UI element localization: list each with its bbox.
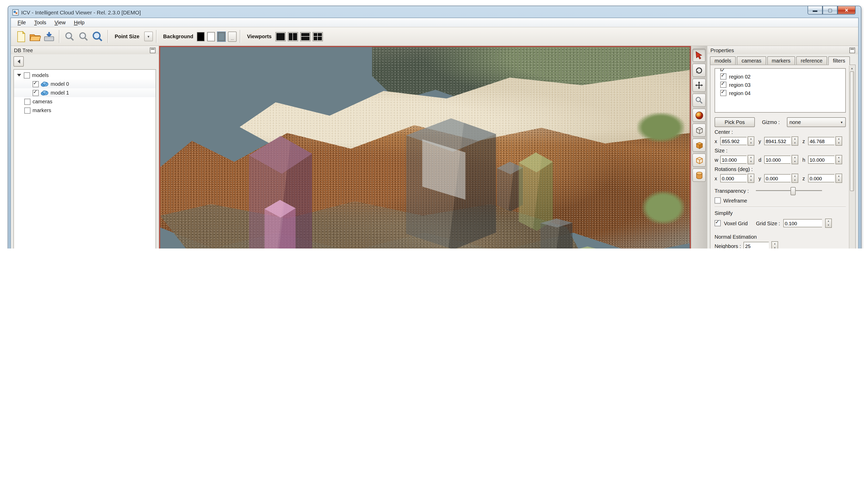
- wireframe-checkbox[interactable]: [714, 197, 721, 203]
- region-box-gray-large[interactable]: [406, 118, 496, 248]
- rotation-x-input[interactable]: [720, 174, 746, 182]
- tree-item-model-0[interactable]: model 0: [14, 80, 156, 88]
- center-x-input[interactable]: [720, 137, 746, 145]
- tab-models[interactable]: models: [710, 56, 736, 65]
- center-y-input[interactable]: [764, 137, 791, 145]
- spin-buttons[interactable]: ▲▼: [748, 174, 754, 183]
- frame-box-tool-button[interactable]: [692, 154, 706, 167]
- region-box-green-cube[interactable]: [569, 246, 606, 248]
- size-w-input[interactable]: [720, 156, 746, 164]
- pan-tool-button[interactable]: [692, 79, 706, 92]
- menu-file[interactable]: File: [13, 19, 30, 26]
- zoom-fit-button[interactable]: [76, 29, 90, 43]
- pick-tool-button[interactable]: [692, 48, 706, 62]
- region-row[interactable]: region 04: [720, 89, 845, 97]
- markers-checkbox[interactable]: [24, 107, 30, 113]
- minimize-button[interactable]: ▬: [808, 6, 823, 14]
- spin-buttons[interactable]: ▲▼: [792, 155, 798, 164]
- point-size-label: Point Size: [115, 33, 140, 39]
- open-file-button[interactable]: [28, 29, 42, 43]
- scroll-up-icon[interactable]: ▲: [850, 66, 855, 70]
- collapse-tree-button[interactable]: [13, 56, 24, 67]
- close-button[interactable]: ✕: [838, 6, 856, 14]
- region-02-checkbox[interactable]: [720, 73, 726, 80]
- spin-buttons[interactable]: ▲▼: [792, 174, 798, 183]
- orbit-tool-button[interactable]: [692, 63, 706, 77]
- tree-item-models[interactable]: models: [14, 71, 156, 80]
- menu-help[interactable]: Help: [70, 19, 89, 26]
- spin-buttons[interactable]: ▲▼: [748, 137, 754, 146]
- rotation-y-input[interactable]: [764, 174, 791, 182]
- viewport-quad-button[interactable]: [313, 32, 323, 41]
- region-04-checkbox[interactable]: [720, 90, 726, 96]
- cylinder-tool-button[interactable]: [692, 168, 706, 182]
- spin-buttons[interactable]: ▲▼: [792, 137, 798, 146]
- tree-item-model-1[interactable]: model 1: [14, 88, 156, 97]
- spin-buttons[interactable]: ▲▼: [771, 241, 778, 248]
- viewport-single-button[interactable]: [275, 32, 286, 41]
- zoom-tool-button[interactable]: [692, 94, 706, 107]
- region-box-purple[interactable]: [249, 136, 312, 248]
- normal-estimation-label: Normal Estimation: [714, 234, 846, 240]
- tab-markers[interactable]: markers: [767, 56, 795, 65]
- cameras-checkbox[interactable]: [24, 98, 30, 104]
- spin-buttons[interactable]: ▲▼: [836, 137, 842, 146]
- spin-buttons[interactable]: ▲▼: [748, 155, 754, 164]
- axis-label: w: [714, 157, 719, 162]
- grid-size-input[interactable]: [783, 219, 822, 227]
- wire-box-tool-button[interactable]: [692, 124, 706, 137]
- scrollbar-thumb[interactable]: [850, 71, 854, 191]
- slider-handle[interactable]: [791, 187, 796, 195]
- float-panel-icon[interactable]: [850, 47, 855, 53]
- tree-item-cameras[interactable]: cameras: [14, 97, 156, 106]
- model-1-checkbox[interactable]: [32, 90, 39, 96]
- background-more-button[interactable]: ...: [228, 31, 237, 42]
- float-panel-icon[interactable]: [150, 47, 156, 53]
- region-box-gray-cube[interactable]: [540, 218, 572, 248]
- new-file-button[interactable]: [14, 29, 28, 43]
- point-size-dropdown[interactable]: ▼: [144, 31, 153, 41]
- size-d-input[interactable]: [764, 156, 791, 164]
- size-h-input[interactable]: [808, 156, 835, 164]
- models-checkbox[interactable]: [24, 72, 30, 78]
- maximize-button[interactable]: ▢: [823, 6, 838, 14]
- titlebar[interactable]: ICV - Intelligent Cloud Viewer - Rel. 2.…: [8, 6, 861, 17]
- viewport-dual-horizontal-button[interactable]: [300, 32, 311, 41]
- solid-box-tool-button[interactable]: [692, 139, 706, 152]
- tab-cameras[interactable]: cameras: [737, 56, 766, 65]
- properties-header[interactable]: Properties: [707, 46, 858, 54]
- tab-filters[interactable]: filters: [828, 56, 850, 65]
- voxel-grid-checkbox[interactable]: [714, 220, 721, 226]
- menu-view[interactable]: View: [51, 19, 70, 26]
- zoom-out-button[interactable]: [62, 29, 76, 43]
- expander-icon[interactable]: [17, 74, 21, 76]
- color-mode-button[interactable]: [692, 109, 706, 122]
- gizmo-dropdown[interactable]: none ▼: [787, 117, 846, 127]
- background-swatch-gray[interactable]: [217, 32, 225, 41]
- tab-reference[interactable]: reference: [796, 56, 827, 65]
- regions-list[interactable]: region 02 region 03 region 04: [714, 68, 846, 113]
- voxel-grid-label: Voxel Grid: [724, 221, 748, 226]
- menu-tools[interactable]: Tools: [30, 19, 51, 26]
- model-0-checkbox[interactable]: [32, 81, 39, 87]
- region-03-checkbox[interactable]: [720, 82, 726, 88]
- tree-item-markers[interactable]: markers: [14, 106, 156, 115]
- background-swatch-black[interactable]: [197, 32, 204, 41]
- pick-pos-button[interactable]: Pick Pos: [714, 117, 755, 127]
- spin-buttons[interactable]: ▲▼: [836, 155, 842, 164]
- transparency-slider[interactable]: [756, 187, 822, 194]
- spin-buttons[interactable]: ▲▼: [825, 218, 832, 228]
- viewport-dual-vertical-button[interactable]: [288, 32, 298, 41]
- region-row[interactable]: region 02: [720, 72, 845, 81]
- center-z-input[interactable]: [808, 137, 835, 145]
- save-file-button[interactable]: [42, 29, 56, 43]
- neighbors-input[interactable]: [743, 242, 769, 248]
- rotation-z-input[interactable]: [808, 174, 835, 182]
- 3d-viewport[interactable]: [159, 46, 691, 248]
- db-tree-header[interactable]: DB Tree: [11, 46, 159, 54]
- properties-scrollbar[interactable]: ▲ ▼: [849, 66, 855, 248]
- spin-buttons[interactable]: ▲▼: [836, 174, 842, 183]
- zoom-in-button[interactable]: [90, 29, 104, 43]
- background-swatch-white[interactable]: [207, 32, 215, 41]
- region-row[interactable]: region 03: [720, 81, 845, 89]
